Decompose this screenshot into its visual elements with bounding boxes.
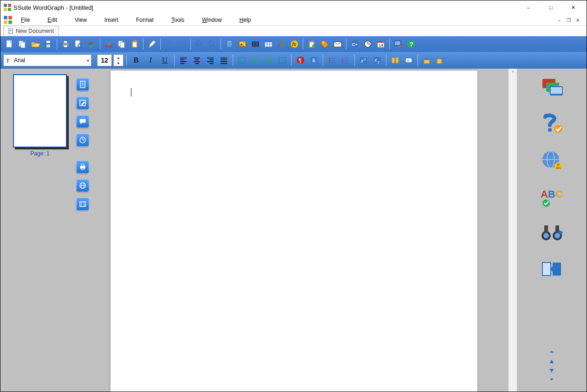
redo-button[interactable] xyxy=(176,38,188,50)
page-thumbnail[interactable] xyxy=(13,74,67,148)
function-button[interactable]: fx xyxy=(288,38,300,50)
mini-clock-icon[interactable] xyxy=(76,134,89,147)
bullets-button[interactable] xyxy=(326,54,338,66)
globe-user-icon[interactable] xyxy=(540,149,564,172)
titlebar: SSuite WordGraph - [Untitled] – □ ✕ xyxy=(0,0,587,14)
minimize-button[interactable]: – xyxy=(518,0,539,14)
mini-globe-icon[interactable] xyxy=(76,179,89,192)
chart-button[interactable] xyxy=(275,38,287,50)
save-button[interactable] xyxy=(42,38,54,50)
tag-button[interactable] xyxy=(319,38,331,50)
tab-new-document[interactable]: New Document xyxy=(3,26,59,36)
svg-rect-44 xyxy=(252,41,253,47)
mail-button[interactable] xyxy=(332,38,344,50)
italic-button[interactable]: I xyxy=(144,54,157,66)
question-icon[interactable] xyxy=(540,113,564,135)
close-button[interactable]: ✕ xyxy=(562,0,584,14)
document-page[interactable] xyxy=(111,71,477,392)
cpp-button[interactable]: C+ xyxy=(349,38,361,50)
image-button[interactable] xyxy=(236,38,248,50)
svg-point-25 xyxy=(110,45,112,48)
align-justify-button[interactable] xyxy=(218,54,230,66)
mdi-close-button[interactable]: ✕ xyxy=(574,16,582,24)
highlighter-button[interactable] xyxy=(146,38,158,50)
menu-view[interactable]: View xyxy=(70,15,100,25)
pager-top-icon[interactable]: ▲ xyxy=(548,350,555,353)
align-right-button[interactable] xyxy=(204,54,216,66)
barcode-button[interactable] xyxy=(249,38,261,50)
spellcheck-button[interactable]: abc xyxy=(85,38,98,50)
calendar-button[interactable]: 14 xyxy=(375,38,387,50)
special-char-button[interactable]: & xyxy=(308,54,320,66)
help-button[interactable]: ? xyxy=(405,38,417,50)
numbers-button[interactable]: 123 xyxy=(339,54,352,66)
menu-edit[interactable]: Edit xyxy=(43,15,70,25)
database-button[interactable] xyxy=(223,38,235,50)
svg-rect-9 xyxy=(10,30,12,30)
pager-up-icon[interactable]: ▲ xyxy=(548,357,555,364)
mini-print-icon[interactable] xyxy=(76,161,89,174)
bold-button[interactable]: B xyxy=(130,54,143,66)
font-select[interactable]: T Arial ▾ xyxy=(3,54,91,66)
mini-edit-icon[interactable] xyxy=(76,96,89,109)
tab-doc-icon xyxy=(8,28,14,34)
font-size-spinner[interactable]: ▲▼ xyxy=(113,54,124,66)
para-right-button[interactable] xyxy=(263,54,275,66)
copy-button[interactable] xyxy=(16,38,28,50)
menu-help[interactable]: Help xyxy=(235,15,264,25)
svg-text:A: A xyxy=(541,188,548,200)
mdi-minimize-button[interactable]: – xyxy=(555,16,563,24)
menu-file[interactable]: File xyxy=(16,15,43,25)
pilcrow-button[interactable]: ¶ xyxy=(294,54,307,66)
menu-tools[interactable]: Tools xyxy=(167,15,197,25)
underline-button[interactable]: U xyxy=(158,54,171,66)
table-button[interactable] xyxy=(262,38,274,50)
document-tabs: New Document xyxy=(0,26,587,36)
pager-down-icon[interactable]: ▼ xyxy=(548,366,555,373)
zoom-in-button[interactable] xyxy=(193,38,205,50)
svg-rect-136 xyxy=(81,164,84,166)
arrow-up-button[interactable] xyxy=(421,54,433,66)
clock-button[interactable] xyxy=(362,38,374,50)
svg-point-43 xyxy=(243,42,245,44)
undo-button[interactable] xyxy=(163,38,175,50)
superscript-button[interactable]: x2 xyxy=(358,54,370,66)
textbox-button[interactable]: A xyxy=(403,54,415,66)
open-button[interactable] xyxy=(29,38,41,50)
paste-button[interactable] xyxy=(129,38,141,50)
abc-check-icon[interactable]: ABC xyxy=(540,186,564,208)
print-preview-button[interactable] xyxy=(72,38,85,50)
mdi-restore-button[interactable]: ❐ xyxy=(564,16,573,24)
svg-rect-3 xyxy=(8,8,11,11)
split-icon[interactable] xyxy=(540,258,564,280)
zoom-out-button[interactable] xyxy=(206,38,218,50)
screen-button[interactable]: x xyxy=(392,38,404,50)
print-button[interactable] xyxy=(59,38,72,50)
maximize-button[interactable]: □ xyxy=(540,0,561,14)
scroll-up-icon[interactable]: ˄ xyxy=(509,69,517,77)
binoculars-icon[interactable] xyxy=(540,222,564,244)
svg-rect-29 xyxy=(120,42,124,48)
pager-bottom-icon[interactable]: ▼ xyxy=(548,378,555,381)
subscript-button[interactable]: x2 xyxy=(371,54,383,66)
menu-format[interactable]: Format xyxy=(131,15,167,25)
mini-page-icon[interactable] xyxy=(76,78,89,91)
indent-decrease-button[interactable] xyxy=(236,54,248,66)
screens-icon[interactable] xyxy=(540,77,564,99)
cut-button[interactable] xyxy=(103,38,115,50)
mini-film-icon[interactable] xyxy=(76,198,89,211)
new-button[interactable] xyxy=(3,38,15,50)
columns-button[interactable] xyxy=(389,54,401,66)
align-left-button[interactable] xyxy=(177,54,189,66)
para-left-button[interactable] xyxy=(249,54,261,66)
menu-insert[interactable]: Insert xyxy=(100,15,131,25)
clipboard-button[interactable] xyxy=(306,38,318,50)
font-size-input[interactable]: 12 xyxy=(97,54,112,66)
align-center-button[interactable] xyxy=(191,54,203,66)
arrow-out-button[interactable] xyxy=(434,54,446,66)
vertical-scrollbar[interactable]: ˄ xyxy=(509,69,517,392)
mini-chat-icon[interactable] xyxy=(76,115,89,128)
menu-window[interactable]: Window xyxy=(197,15,235,25)
indent-increase-button[interactable] xyxy=(276,54,288,66)
copy2-button[interactable] xyxy=(116,38,128,50)
